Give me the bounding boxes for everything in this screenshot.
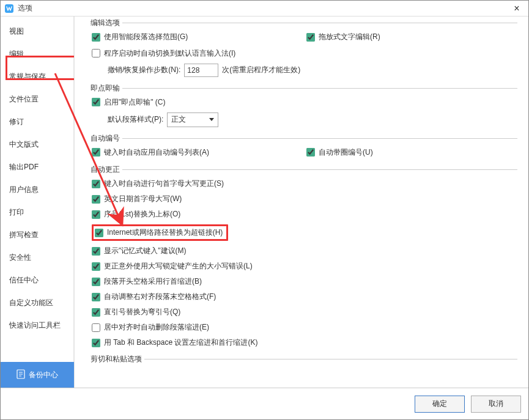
nav-chinese-layout[interactable]: 中文版式 bbox=[1, 133, 74, 156]
nav-view[interactable]: 视图 bbox=[1, 20, 74, 43]
window-title: 选项 bbox=[18, 3, 509, 13]
chk-auto-number-list-input[interactable] bbox=[92, 148, 100, 157]
ok-button[interactable]: 确定 bbox=[415, 396, 465, 413]
chk-enable-click-type-input[interactable] bbox=[92, 98, 100, 106]
cancel-button[interactable]: 取消 bbox=[471, 396, 521, 413]
default-style-value: 正文 bbox=[171, 114, 186, 125]
dialog-button-bar: 确定 取消 bbox=[1, 388, 528, 419]
group-title-auto-number: 自动编号 bbox=[88, 133, 122, 144]
titlebar: 选项 × bbox=[1, 1, 528, 17]
chk-ac-8[interactable]: 直引号替换为弯引号(Q) bbox=[92, 307, 180, 317]
chk-ac-4[interactable]: 显示"记忆式键入"建议(M) bbox=[92, 246, 187, 256]
app-icon bbox=[4, 4, 14, 13]
group-auto-number: 自动编号 键入时自动应用自动编号列表(A) 自动带圈编号(U bbox=[88, 138, 517, 164]
chk-ac-5[interactable]: 更正意外使用大写锁定键产生的大小写错误(L) bbox=[92, 261, 253, 271]
chk-drag-edit[interactable]: 拖放式文字编辑(R) bbox=[306, 32, 380, 42]
chk-circle-number-input[interactable] bbox=[306, 148, 315, 157]
chk-enable-click-type[interactable]: 启用"即点即输" (C) bbox=[92, 97, 166, 108]
chk-ac-2[interactable]: 序号(1st)替换为上标(O) bbox=[92, 209, 180, 219]
chk-auto-number-list[interactable]: 键入时自动应用自动编号列表(A) bbox=[92, 147, 209, 158]
chk-ac-1[interactable]: 英文日期首字母大写(W) bbox=[92, 194, 182, 204]
chk-drag-edit-input[interactable] bbox=[306, 33, 315, 42]
nav-user-info[interactable]: 用户信息 bbox=[1, 179, 74, 201]
body: 视图 编辑 常规与保存 文件位置 修订 中文版式 输出PDF 用户信息 打印 拼… bbox=[1, 17, 528, 388]
nav-security[interactable]: 安全性 bbox=[1, 246, 74, 269]
highlight-hyperlink-option: Internet或网络路径替换为超链接(H) bbox=[92, 224, 228, 241]
group-title-edit: 编辑选项 bbox=[88, 18, 122, 28]
sidebar: 视图 编辑 常规与保存 文件位置 修订 中文版式 输出PDF 用户信息 打印 拼… bbox=[1, 17, 74, 362]
chevron-down-icon bbox=[209, 118, 214, 121]
options-dialog: 选项 × 视图 编辑 常规与保存 文件位置 修订 中文版式 输出PDF 用户信息… bbox=[0, 0, 529, 420]
group-title-clipboard: 剪切和粘贴选项 bbox=[88, 354, 144, 364]
chk-smart-paragraph[interactable]: 使用智能段落选择范围(G) bbox=[92, 32, 188, 42]
chk-ac-0[interactable]: 键入时自动进行句首字母大写更正(S) bbox=[92, 179, 224, 189]
svg-rect-0 bbox=[5, 4, 13, 13]
nav-revision[interactable]: 修订 bbox=[1, 111, 74, 133]
document-icon bbox=[17, 369, 25, 381]
sidebar-column: 视图 编辑 常规与保存 文件位置 修订 中文版式 输出PDF 用户信息 打印 拼… bbox=[1, 17, 74, 388]
group-edit-options: 编辑选项 使用智能段落选择范围(G) 拖放式文字编辑(R) bbox=[88, 23, 517, 82]
group-title-auto-correct: 自动更正 bbox=[88, 164, 122, 175]
backup-center-button[interactable]: 备份中心 bbox=[1, 362, 74, 388]
undo-steps-input[interactable] bbox=[184, 64, 218, 77]
group-auto-correct: 自动更正 键入时自动进行句首字母大写更正(S) 英文日期首字母大写(W) 序号(… bbox=[88, 169, 517, 353]
nav-quick-access[interactable]: 快速访问工具栏 bbox=[1, 314, 74, 337]
content-pane[interactable]: 编辑选项 使用智能段落选择范围(G) 拖放式文字编辑(R) bbox=[74, 17, 528, 388]
chk-ac-6[interactable]: 段落开头空格采用行首缩进(B) bbox=[92, 276, 202, 287]
nav-output-pdf[interactable]: 输出PDF bbox=[1, 156, 74, 179]
nav-spellcheck[interactable]: 拼写检查 bbox=[1, 224, 74, 246]
nav-custom-ribbon[interactable]: 自定义功能区 bbox=[1, 292, 74, 314]
chk-ac-7[interactable]: 自动调整右对齐段落末空格格式(F) bbox=[92, 292, 216, 302]
close-icon[interactable]: × bbox=[509, 1, 525, 17]
chk-ac-9[interactable]: 居中对齐时自动删除段落缩进(E) bbox=[92, 322, 209, 333]
default-style-label: 默认段落样式(P): bbox=[108, 114, 163, 125]
default-style-select[interactable]: 正文 bbox=[167, 112, 218, 127]
chk-smart-paragraph-input[interactable] bbox=[92, 33, 100, 42]
nav-print[interactable]: 打印 bbox=[1, 201, 74, 224]
chk-auto-ime-input[interactable] bbox=[92, 49, 100, 57]
nav-trust-center[interactable]: 信任中心 bbox=[1, 269, 74, 292]
undo-steps-label: 撤销/恢复操作步数(N): bbox=[108, 65, 180, 75]
nav-edit[interactable]: 编辑 bbox=[1, 43, 74, 65]
chk-ac-3[interactable]: Internet或网络路径替换为超链接(H) bbox=[95, 227, 223, 238]
nav-general-save[interactable]: 常规与保存 bbox=[1, 65, 74, 88]
chk-ac-10[interactable]: 用 Tab 和 Backspace 设置左缩进和首行缩进(K) bbox=[92, 337, 257, 348]
undo-steps-suffix: 次(需重启程序才能生效) bbox=[222, 65, 300, 75]
chk-auto-ime[interactable]: 程序启动时自动切换到默认语言输入法(I) bbox=[92, 48, 235, 59]
group-clipboard: 剪切和粘贴选项 … bbox=[88, 359, 517, 368]
backup-center-label: 备份中心 bbox=[29, 370, 58, 380]
auto-correct-body: 键入时自动进行句首字母大写更正(S) 英文日期首字母大写(W) 序号(1st)替… bbox=[88, 169, 517, 353]
chk-circle-number[interactable]: 自动带圈编号(U) bbox=[306, 147, 373, 158]
nav-file-location[interactable]: 文件位置 bbox=[1, 88, 74, 111]
group-click-type: 即点即输 启用"即点即输" (C) 默认段落样式(P): 正文 bbox=[88, 88, 517, 132]
group-title-click-type: 即点即输 bbox=[88, 83, 122, 94]
